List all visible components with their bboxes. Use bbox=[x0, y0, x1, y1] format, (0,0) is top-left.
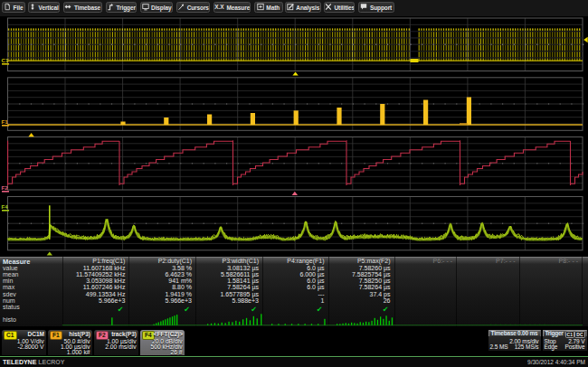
svg-text:F4: F4 bbox=[2, 203, 9, 210]
svg-text:C1: C1 bbox=[2, 57, 9, 63]
svg-text:X.X: X.X bbox=[214, 3, 224, 9]
svg-text:F2: F2 bbox=[2, 184, 9, 191]
svg-text:F1: F1 bbox=[2, 118, 9, 125]
